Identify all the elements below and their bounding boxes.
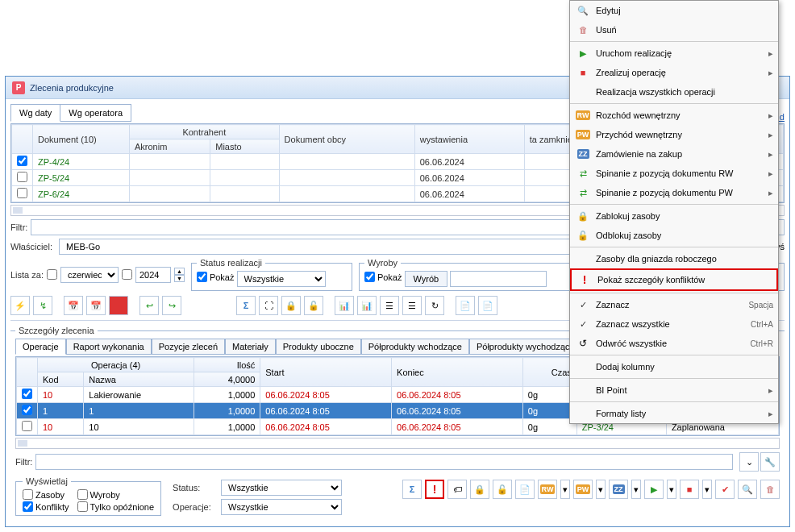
- menu-item-23[interactable]: Dodaj kolumny: [570, 357, 778, 376]
- tb-doc2-icon[interactable]: 📄: [478, 296, 497, 315]
- bt-zz-dd-icon[interactable]: ▾: [631, 480, 641, 499]
- tb-arrow-icon[interactable]: ↯: [33, 296, 52, 315]
- ops-col-operacja[interactable]: Operacja (4): [38, 358, 194, 372]
- bt-conflict-icon[interactable]: !: [425, 480, 444, 499]
- menu-item-19[interactable]: ✓ZaznaczSpacja: [570, 295, 778, 314]
- bt-lock-icon[interactable]: 🔒: [470, 480, 489, 499]
- menu-item-5[interactable]: Realizacja wszystkich operacji: [570, 82, 778, 102]
- status2-select[interactable]: Wszystkie: [221, 480, 342, 496]
- ops-col-ilosc-sum[interactable]: 4,0000: [194, 372, 260, 387]
- menu-item-21[interactable]: ↺Odwróć wszystkieCtrl+R: [570, 334, 778, 353]
- menu-item-25[interactable]: BI Point▸: [570, 380, 778, 400]
- subtab-0[interactable]: Operacje: [15, 339, 66, 355]
- filter2-funnel-icon[interactable]: ⌄: [739, 452, 759, 472]
- row-check[interactable]: [17, 156, 27, 166]
- menu-item-17[interactable]: !Pokaż szczegóły konfliktów: [570, 268, 778, 291]
- bt-zz-icon[interactable]: ZZ: [609, 480, 628, 499]
- chk-konflikty[interactable]: Konflikty: [23, 501, 69, 512]
- menu-item-0[interactable]: 🔍Edytuj: [570, 1, 778, 20]
- bt-stop-icon[interactable]: ■: [680, 480, 699, 499]
- listfor-year-check[interactable]: [122, 269, 132, 280]
- listfor-year[interactable]: [135, 267, 171, 283]
- filter2-tool-icon[interactable]: 🔧: [760, 452, 780, 472]
- tb-chart2-icon[interactable]: 📊: [357, 296, 377, 315]
- wyrob-input[interactable]: [450, 271, 547, 287]
- bt-check-icon[interactable]: ✔: [715, 480, 735, 499]
- ops-row-check[interactable]: [22, 405, 32, 415]
- menu-item-8[interactable]: PWPrzychód wewnętrzny▸: [570, 125, 778, 144]
- year-up[interactable]: ▲: [174, 268, 185, 275]
- bt-rw-dd-icon[interactable]: ▾: [560, 480, 570, 499]
- menu-item-1[interactable]: 🗑Usuń: [570, 20, 778, 39]
- menu-item-11[interactable]: ⇄Spinanie z pozycją dokumentu PW▸: [570, 183, 778, 202]
- listfor-month-check[interactable]: [47, 269, 57, 280]
- ops-scrollbar[interactable]: [15, 438, 780, 449]
- menu-item-13[interactable]: 🔒Zablokuj zasoby: [570, 206, 778, 226]
- menu-item-9[interactable]: ZZZamówienie na zakup▸: [570, 144, 778, 164]
- ops-col-koniec[interactable]: Koniec: [392, 358, 523, 387]
- year-down[interactable]: ▼: [174, 275, 185, 282]
- bt-doc-icon[interactable]: 📄: [515, 480, 535, 499]
- col-akronim[interactable]: Akronim: [130, 139, 210, 154]
- subtab-1[interactable]: Raport wykonania: [66, 339, 152, 355]
- menu-item-3[interactable]: ▶Uruchom realizację▸: [570, 44, 778, 63]
- tb-lightning-icon[interactable]: ⚡: [10, 296, 30, 315]
- bt-stop-dd-icon[interactable]: ▾: [702, 480, 712, 499]
- menu-item-7[interactable]: RWRozchód wewnętrzny▸: [570, 106, 778, 125]
- col-doc[interactable]: Dokument (10): [33, 125, 130, 154]
- tb-doc-icon[interactable]: 📄: [456, 296, 475, 315]
- subtab-4[interactable]: Produkty uboczne: [276, 339, 361, 355]
- tb-chart1-icon[interactable]: 📊: [335, 296, 354, 315]
- col-miasto[interactable]: Miasto: [210, 139, 279, 154]
- tb-list2-icon[interactable]: ☰: [402, 296, 422, 315]
- bt-sigma-icon[interactable]: Σ: [402, 480, 422, 499]
- wyrob-button[interactable]: Wyrób: [405, 271, 448, 287]
- wyroby-show-check[interactable]: Pokaż: [364, 272, 402, 282]
- ops-col-nazwa[interactable]: Nazwa: [84, 372, 194, 387]
- filter2-input[interactable]: [35, 454, 733, 470]
- ops2-select[interactable]: Wszystkie: [221, 499, 342, 515]
- menu-item-16[interactable]: Zasoby dla gniazda roboczego: [570, 249, 778, 268]
- status-select[interactable]: Wszystkie: [237, 271, 326, 287]
- chk-wyroby[interactable]: Wyroby: [77, 489, 155, 500]
- tb-sigma-icon[interactable]: Σ: [236, 296, 256, 315]
- chk-zasoby[interactable]: Zasoby: [23, 489, 69, 500]
- tb-cal2-icon[interactable]: 📅: [86, 296, 106, 315]
- subtab-6[interactable]: Półprodukty wychodzące: [469, 339, 582, 355]
- menu-item-10[interactable]: ⇄Spinanie z pozycją dokumentu RW▸: [570, 164, 778, 183]
- menu-item-4[interactable]: ■Zrealizuj operację▸: [570, 63, 778, 82]
- tb-lock-icon[interactable]: 🔒: [281, 296, 301, 315]
- ops-col-kod[interactable]: Kod: [38, 372, 84, 387]
- col-obcy[interactable]: Dokument obcy: [279, 125, 414, 154]
- subtab-5[interactable]: Półprodukty wchodzące: [361, 339, 469, 355]
- subtab-2[interactable]: Pozycje zleceń: [152, 339, 225, 355]
- tb-cal1-icon[interactable]: 📅: [64, 296, 83, 315]
- bt-rw-icon[interactable]: RW: [538, 480, 557, 499]
- menu-item-20[interactable]: ✓Zaznacz wszystkieCtrl+A: [570, 314, 778, 334]
- col-wyst[interactable]: wystawienia: [414, 125, 524, 154]
- listfor-month[interactable]: czerwiec: [60, 267, 119, 283]
- row-check[interactable]: [17, 188, 27, 198]
- bt-zoom-icon[interactable]: 🔍: [738, 480, 757, 499]
- tb-back-icon[interactable]: ↩: [139, 296, 159, 315]
- bt-tag-icon[interactable]: 🏷: [447, 480, 467, 499]
- menu-item-14[interactable]: 🔓Odblokuj zasoby: [570, 226, 778, 245]
- subtab-3[interactable]: Materiały: [225, 339, 276, 355]
- bt-trash-icon[interactable]: 🗑: [760, 480, 780, 499]
- bt-pw-dd-icon[interactable]: ▾: [596, 480, 606, 499]
- ops-col-ilosc[interactable]: Ilość: [194, 358, 260, 372]
- tab-wg-operatora[interactable]: Wg operatora: [60, 104, 131, 122]
- ops-row-check[interactable]: [22, 421, 32, 431]
- tab-wg-daty[interactable]: Wg daty: [10, 104, 60, 122]
- menu-item-27[interactable]: Formaty listy▸: [570, 404, 778, 423]
- tb-fwd-icon[interactable]: ↪: [162, 296, 181, 315]
- tb-refresh-icon[interactable]: ↻: [425, 296, 444, 315]
- status-show-check[interactable]: Pokaż: [197, 272, 235, 282]
- ops-row-check[interactable]: [22, 389, 32, 399]
- tb-unlock-icon[interactable]: 🔓: [304, 296, 323, 315]
- chk-opoznione[interactable]: Tylko opóźnione: [77, 501, 155, 512]
- tb-red-icon[interactable]: [109, 296, 128, 315]
- bt-play-icon[interactable]: ▶: [644, 480, 664, 499]
- bt-pw-icon[interactable]: PW: [573, 480, 593, 499]
- tb-expand-icon[interactable]: ⛶: [259, 296, 278, 315]
